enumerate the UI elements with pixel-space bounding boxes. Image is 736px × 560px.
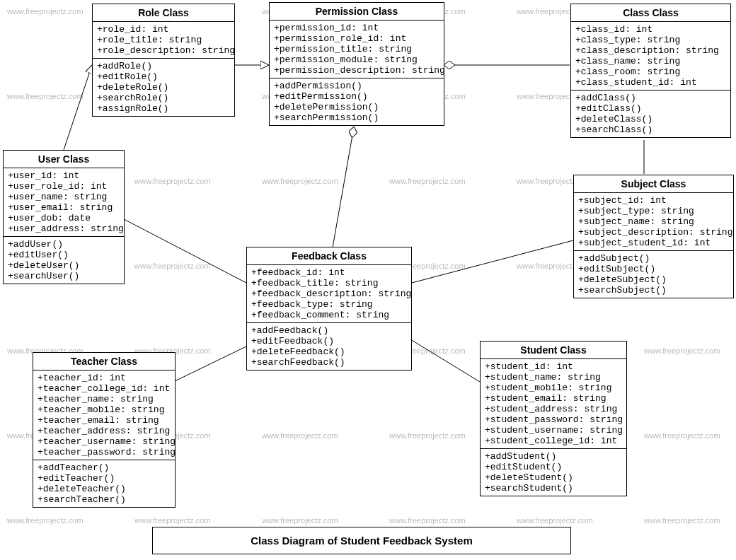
class-permission: Permission Class +permission_id: int+per… [269, 2, 444, 126]
class-operations: +addUser()+editUser()+deleteUser()+searc… [4, 237, 124, 284]
caption-text: Class Diagram of Student Feedback System [251, 535, 472, 547]
class-class: Class Class +class_id: int+class_type: s… [570, 4, 731, 138]
watermark-text: www.freeprojectz.com [7, 7, 84, 16]
uml-member: +user_address: string [8, 223, 120, 234]
class-feedback: Feedback Class +feedback_id: int+feedbac… [246, 247, 412, 371]
watermark-text: www.freeprojectz.com [7, 92, 84, 100]
class-title: User Class [4, 151, 124, 168]
uml-member: +class_type: string [575, 35, 726, 45]
class-teacher: Teacher Class +teacher_id: int+teacher_c… [33, 352, 176, 508]
uml-member: +addStudent() [485, 451, 622, 462]
watermark-text: www.freeprojectz.com [389, 516, 466, 525]
svg-line-4 [124, 219, 246, 283]
uml-member: +permission_role_id: int [274, 33, 439, 44]
watermark-text: www.freeprojectz.com [517, 516, 593, 525]
class-operations: +addRole()+editRole()+deleteRole()+searc… [93, 59, 234, 116]
class-operations: +addStudent()+editStudent()+deleteStuden… [481, 449, 626, 496]
watermark-text: www.freeprojectz.com [134, 177, 211, 185]
uml-member: +teacher_username: string [38, 436, 171, 447]
watermark-text: www.freeprojectz.com [644, 516, 720, 525]
uml-member: +addRole() [97, 61, 230, 71]
class-subject: Subject Class +subject_id: int+subject_t… [573, 175, 734, 298]
uml-member: +deleteUser() [8, 260, 120, 271]
uml-member: +feedback_comment: string [251, 310, 407, 320]
uml-member: +permission_title: string [274, 44, 439, 54]
watermark-text: www.freeprojectz.com [644, 431, 720, 440]
uml-member: +searchPermission() [274, 112, 439, 123]
uml-member: +subject_type: string [578, 206, 729, 216]
class-attributes: +feedback_id: int+feedback_title: string… [247, 265, 411, 323]
svg-line-0 [64, 65, 92, 150]
uml-member: +deleteFeedback() [251, 346, 407, 357]
class-attributes: +class_id: int+class_type: string+class_… [571, 22, 730, 91]
uml-member: +permission_description: string [274, 65, 439, 76]
uml-member: +searchStudent() [485, 483, 622, 494]
uml-member: +searchRole() [97, 93, 230, 103]
class-title: Class Class [571, 4, 730, 22]
class-attributes: +teacher_id: int+teacher_college_id: int… [33, 371, 175, 460]
diagram-caption: Class Diagram of Student Feedback System [152, 527, 571, 554]
class-operations: +addPermission()+editPermission()+delete… [270, 78, 444, 125]
uml-member: +subject_id: int [578, 195, 729, 206]
uml-member: +student_name: string [485, 372, 622, 383]
uml-member: +editPermission() [274, 91, 439, 102]
class-attributes: +subject_id: int+subject_type: string+su… [574, 193, 733, 251]
uml-member: +subject_description: string [578, 227, 729, 238]
uml-member: +editRole() [97, 71, 230, 82]
uml-member: +class_id: int [575, 24, 726, 35]
class-title: Permission Class [270, 3, 444, 21]
watermark-text: www.freeprojectz.com [644, 346, 720, 355]
uml-member: +subject_name: string [578, 216, 729, 227]
uml-member: +searchTeacher() [38, 494, 171, 505]
class-attributes: +role_id: int+role_title: string+role_de… [93, 22, 234, 59]
uml-member: +permission_id: int [274, 23, 439, 33]
uml-member: +user_id: int [8, 170, 120, 181]
watermark-text: www.freeprojectz.com [389, 177, 466, 185]
uml-member: +subject_student_id: int [578, 238, 729, 248]
uml-member: +searchUser() [8, 271, 120, 281]
uml-member: +editFeedback() [251, 336, 407, 346]
uml-member: +editClass() [575, 103, 726, 114]
class-operations: +addFeedback()+editFeedback()+deleteFeed… [247, 323, 411, 370]
uml-member: +user_name: string [8, 192, 120, 202]
uml-member: +teacher_name: string [38, 394, 171, 404]
uml-member: +feedback_title: string [251, 278, 407, 288]
uml-member: +student_password: string [485, 414, 622, 425]
uml-member: +searchClass() [575, 124, 726, 135]
uml-member: +addSubject() [578, 253, 729, 264]
uml-member: +student_username: string [485, 425, 622, 436]
uml-member: +student_college_id: int [485, 436, 622, 446]
uml-member: +permission_module: string [274, 54, 439, 65]
class-student: Student Class +student_id: int+student_n… [480, 341, 627, 496]
uml-member: +editUser() [8, 250, 120, 260]
uml-member: +feedback_description: string [251, 288, 407, 299]
uml-member: +class_student_id: int [575, 77, 726, 88]
class-title: Feedback Class [247, 247, 411, 265]
uml-member: +role_description: string [97, 45, 230, 56]
uml-member: +user_role_id: int [8, 181, 120, 192]
class-operations: +addClass()+editClass()+deleteClass()+se… [571, 91, 730, 137]
watermark-text: www.freeprojectz.com [262, 516, 338, 525]
uml-member: +deletePermission() [274, 102, 439, 112]
uml-member: +teacher_email: string [38, 415, 171, 426]
uml-member: +deleteSubject() [578, 274, 729, 285]
class-operations: +addTeacher()+editTeacher()+deleteTeache… [33, 460, 175, 507]
watermark-text: www.freeprojectz.com [134, 516, 211, 525]
class-title: Student Class [481, 342, 626, 359]
uml-member: +class_description: string [575, 45, 726, 56]
uml-member: +addClass() [575, 93, 726, 103]
class-attributes: +user_id: int+user_role_id: int+user_nam… [4, 168, 124, 237]
uml-member: +editTeacher() [38, 473, 171, 484]
uml-member: +deleteRole() [97, 82, 230, 93]
uml-member: +role_title: string [97, 35, 230, 45]
watermark-text: www.freeprojectz.com [262, 431, 338, 440]
svg-line-5 [173, 346, 246, 382]
watermark-text: www.freeprojectz.com [262, 177, 338, 185]
uml-member: +addFeedback() [251, 325, 407, 336]
uml-member: +user_dob: date [8, 213, 120, 223]
uml-member: +teacher_password: string [38, 447, 171, 457]
class-title: Role Class [93, 4, 234, 22]
uml-member: +addPermission() [274, 81, 439, 91]
class-role: Role Class +role_id: int+role_title: str… [92, 4, 235, 117]
class-title: Teacher Class [33, 353, 175, 371]
